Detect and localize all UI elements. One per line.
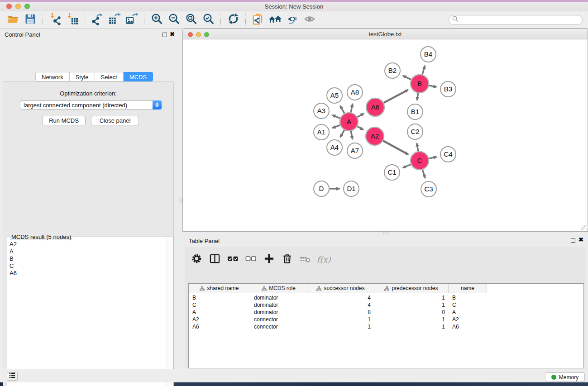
tab-network[interactable]: Network bbox=[35, 72, 70, 81]
graph-edge-C-C2[interactable] bbox=[417, 143, 418, 152]
tab-select[interactable]: Select bbox=[95, 72, 124, 81]
graph-edge-A-A4[interactable] bbox=[340, 130, 344, 137]
open-file-button[interactable] bbox=[5, 13, 22, 27]
export-table-button[interactable] bbox=[106, 13, 123, 27]
graph-node-label: B3 bbox=[444, 85, 452, 93]
column-view-button[interactable] bbox=[208, 252, 221, 267]
panel-divider-grip[interactable] bbox=[179, 198, 182, 203]
zoom-fit-button[interactable] bbox=[182, 13, 200, 27]
graph-node-label: A6 bbox=[371, 103, 379, 111]
mcds-result-item[interactable]: A2 bbox=[8, 241, 166, 248]
graph-edge-C-C1[interactable] bbox=[403, 164, 411, 168]
network-window-titlebar[interactable]: testGlobe.txt bbox=[182, 29, 588, 39]
run-mcds-button[interactable]: Run MCDS bbox=[42, 116, 86, 125]
window-resize-grip[interactable] bbox=[581, 225, 587, 230]
network-minimize-button[interactable] bbox=[196, 32, 201, 37]
table-row[interactable]: Adominator80A bbox=[189, 309, 583, 316]
close-panel-icon[interactable]: ✖ bbox=[578, 236, 583, 243]
table-row[interactable]: A6connector11A6 bbox=[189, 323, 583, 330]
deselect-all-button[interactable] bbox=[244, 252, 258, 267]
minimize-window-button[interactable] bbox=[15, 4, 21, 9]
graph-edge-C-C3[interactable] bbox=[422, 170, 425, 178]
table-cell: 0 bbox=[374, 309, 449, 316]
close-panel-button[interactable]: Close panel bbox=[91, 116, 139, 125]
tab-mcds[interactable]: MCDS bbox=[124, 72, 153, 81]
window-titlebar: Session: New Session bbox=[0, 2, 588, 11]
table-cell: B bbox=[189, 294, 250, 301]
save-session-button[interactable] bbox=[22, 13, 39, 27]
zoom-out-button[interactable] bbox=[165, 13, 182, 27]
graph-edge-A-A8[interactable] bbox=[351, 104, 353, 112]
close-panel-icon[interactable]: ✖ bbox=[170, 31, 175, 38]
table-row[interactable]: Bdominator41B bbox=[189, 294, 583, 301]
mcds-result-item[interactable]: A6 bbox=[8, 270, 166, 277]
network-close-button[interactable] bbox=[188, 32, 193, 37]
function-builder-button[interactable]: f(x) bbox=[316, 252, 330, 267]
graph-edge-A-A7[interactable] bbox=[351, 131, 353, 139]
add-column-button[interactable] bbox=[262, 252, 276, 267]
graph-edge-B-B3[interactable] bbox=[429, 86, 437, 87]
tab-style[interactable]: Style bbox=[70, 72, 95, 81]
network-canvas[interactable]: B4B2BB3A5A8A6B1A3AA1C2A2A4A7C4CC1C3DD1 bbox=[182, 39, 588, 232]
graph-edge-A-A1[interactable] bbox=[332, 125, 340, 128]
hide-selected-button[interactable] bbox=[284, 13, 301, 27]
column-header-mcds-role[interactable]: MCDS role bbox=[250, 284, 307, 293]
delete-column-button[interactable] bbox=[280, 252, 294, 267]
zoom-in-button[interactable] bbox=[148, 13, 165, 27]
search-input[interactable] bbox=[459, 16, 582, 24]
memory-button[interactable]: Memory bbox=[545, 372, 585, 382]
network-zoom-button[interactable] bbox=[204, 32, 209, 37]
table-cell: A2 bbox=[449, 316, 487, 323]
control-panel-tabs: NetworkStyleSelectMCDS bbox=[35, 72, 153, 81]
graph-edge-A-A3[interactable] bbox=[332, 115, 340, 119]
mcds-result-item[interactable]: C bbox=[8, 262, 166, 270]
table-delete-icon bbox=[299, 253, 311, 266]
table-options-button[interactable] bbox=[190, 252, 203, 267]
column-header-name[interactable]: name bbox=[449, 284, 487, 293]
export-network-button[interactable] bbox=[89, 13, 106, 27]
column-header-shared-name[interactable]: shared name bbox=[189, 284, 250, 293]
float-panel-icon[interactable] bbox=[163, 33, 167, 37]
zoom-window-button[interactable] bbox=[24, 4, 30, 9]
new-network-from-selection-button[interactable] bbox=[249, 13, 267, 27]
mcds-result-item[interactable]: A bbox=[8, 248, 166, 255]
table-cell: 1 bbox=[374, 294, 449, 301]
import-network-button[interactable] bbox=[47, 13, 64, 27]
graph-edge-B-B2[interactable] bbox=[403, 76, 411, 80]
import-table-button[interactable] bbox=[64, 13, 81, 27]
graph-edge-A6-B[interactable] bbox=[384, 90, 408, 103]
table-cell: A6 bbox=[189, 323, 250, 330]
graph-node-label: C3 bbox=[424, 185, 433, 193]
graph-edge-B-B4[interactable] bbox=[422, 66, 425, 75]
float-panel-icon[interactable] bbox=[571, 238, 575, 243]
column-header-label: predecessor nodes bbox=[392, 285, 438, 291]
graph-edge-A-A2[interactable] bbox=[357, 126, 363, 130]
graph-edge-C-C4[interactable] bbox=[429, 157, 436, 159]
select-all-button[interactable] bbox=[226, 252, 239, 267]
zoom-selected-button[interactable] bbox=[200, 13, 217, 27]
refresh-button[interactable] bbox=[225, 13, 242, 27]
eye-slash-icon bbox=[286, 13, 299, 27]
table-cell: 4 bbox=[307, 301, 374, 309]
graph-node-label: C2 bbox=[411, 128, 419, 135]
export-image-button[interactable] bbox=[123, 13, 140, 27]
network-view-window: testGlobe.txt B4B2BB3A5A8A6B1A3AA1C2A2A4… bbox=[182, 29, 588, 232]
optimization-criterion-dropdown[interactable]: largest connected component (directed) bbox=[20, 100, 162, 110]
result-list-scrollbar[interactable] bbox=[167, 238, 172, 386]
show-panel-list-button[interactable] bbox=[7, 372, 18, 381]
graph-node-label: D1 bbox=[347, 185, 355, 192]
close-window-button[interactable] bbox=[6, 4, 12, 9]
table-row[interactable]: Cdominator41C bbox=[189, 301, 583, 309]
first-neighbors-button[interactable] bbox=[267, 13, 284, 27]
graph-edge-B-B1[interactable] bbox=[417, 93, 418, 100]
column-header-successor-nodes[interactable]: successor nodes bbox=[307, 284, 374, 293]
mcds-result-item[interactable]: B bbox=[8, 255, 166, 262]
delete-table-button[interactable] bbox=[298, 252, 312, 267]
column-header-predecessor-nodes[interactable]: predecessor nodes bbox=[374, 284, 449, 293]
graph-edge-A2-C[interactable] bbox=[383, 141, 408, 154]
show-all-button[interactable] bbox=[301, 13, 318, 27]
table-row[interactable]: A2connector11A2 bbox=[189, 316, 583, 323]
graph-edge-A-A6[interactable] bbox=[357, 114, 363, 117]
fx-icon: f(x) bbox=[316, 255, 331, 264]
graph-edge-A-A5[interactable] bbox=[340, 106, 344, 114]
